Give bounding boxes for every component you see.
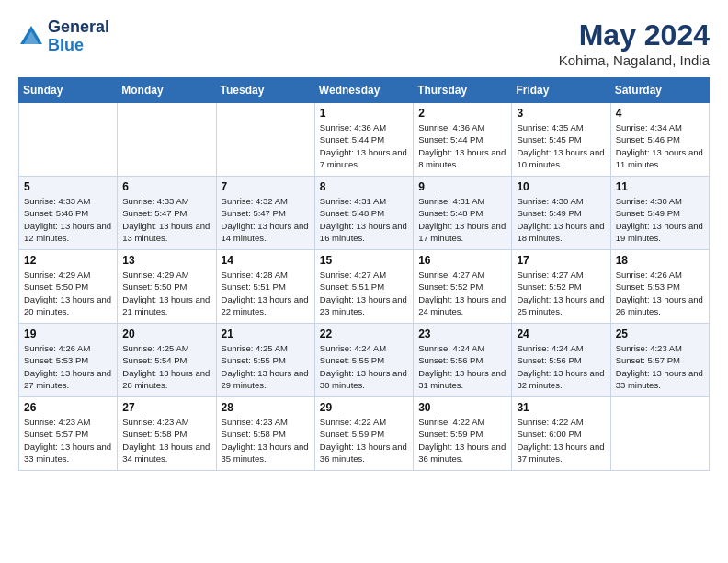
day-info: Sunrise: 4:23 AM Sunset: 5:57 PM Dayligh… (24, 416, 112, 465)
day-number: 31 (517, 401, 605, 414)
calendar-week-row: 19Sunrise: 4:26 AM Sunset: 5:53 PM Dayli… (19, 324, 710, 397)
calendar-week-row: 1Sunrise: 4:36 AM Sunset: 5:44 PM Daylig… (19, 103, 710, 177)
calendar-cell: 1Sunrise: 4:36 AM Sunset: 5:44 PM Daylig… (314, 103, 413, 177)
calendar-cell: 22Sunrise: 4:24 AM Sunset: 5:55 PM Dayli… (314, 324, 413, 397)
calendar-cell: 17Sunrise: 4:27 AM Sunset: 5:52 PM Dayli… (512, 250, 610, 324)
weekday-header-thursday: Thursday (414, 78, 512, 103)
calendar-cell: 21Sunrise: 4:25 AM Sunset: 5:55 PM Dayli… (216, 324, 314, 397)
day-number: 18 (616, 254, 704, 267)
day-info: Sunrise: 4:24 AM Sunset: 5:56 PM Dayligh… (517, 342, 605, 391)
calendar-cell: 3Sunrise: 4:35 AM Sunset: 5:45 PM Daylig… (512, 103, 610, 177)
day-info: Sunrise: 4:36 AM Sunset: 5:44 PM Dayligh… (320, 121, 408, 170)
calendar-cell: 23Sunrise: 4:24 AM Sunset: 5:56 PM Dayli… (414, 324, 512, 397)
day-number: 10 (517, 180, 605, 193)
day-info: Sunrise: 4:23 AM Sunset: 5:57 PM Dayligh… (616, 342, 704, 391)
calendar-cell (118, 103, 216, 177)
day-info: Sunrise: 4:31 AM Sunset: 5:48 PM Dayligh… (418, 195, 506, 244)
calendar-cell: 13Sunrise: 4:29 AM Sunset: 5:50 PM Dayli… (118, 250, 216, 324)
day-info: Sunrise: 4:27 AM Sunset: 5:52 PM Dayligh… (418, 269, 506, 317)
day-info: Sunrise: 4:26 AM Sunset: 5:53 PM Dayligh… (24, 342, 112, 391)
day-info: Sunrise: 4:22 AM Sunset: 6:00 PM Dayligh… (517, 416, 605, 465)
day-info: Sunrise: 4:28 AM Sunset: 5:51 PM Dayligh… (222, 269, 310, 317)
location-subtitle: Kohima, Nagaland, India (559, 52, 710, 68)
day-number: 17 (517, 254, 605, 267)
day-number: 2 (418, 107, 506, 120)
calendar-week-row: 5Sunrise: 4:33 AM Sunset: 5:46 PM Daylig… (19, 177, 710, 250)
title-block: May 2024 Kohima, Nagaland, India (559, 18, 710, 68)
day-info: Sunrise: 4:33 AM Sunset: 5:46 PM Dayligh… (24, 195, 112, 244)
calendar-cell: 30Sunrise: 4:22 AM Sunset: 5:59 PM Dayli… (414, 397, 512, 471)
day-info: Sunrise: 4:30 AM Sunset: 5:49 PM Dayligh… (517, 195, 605, 244)
day-number: 5 (24, 180, 112, 193)
logo-text: General Blue (48, 18, 109, 55)
day-info: Sunrise: 4:29 AM Sunset: 5:50 PM Dayligh… (122, 269, 210, 317)
day-number: 9 (418, 180, 506, 193)
day-info: Sunrise: 4:24 AM Sunset: 5:55 PM Dayligh… (320, 342, 408, 391)
day-number: 19 (24, 327, 112, 340)
calendar-cell (216, 103, 314, 177)
calendar-cell: 31Sunrise: 4:22 AM Sunset: 6:00 PM Dayli… (512, 397, 610, 471)
day-number: 28 (222, 401, 310, 414)
day-number: 12 (24, 254, 112, 267)
day-info: Sunrise: 4:23 AM Sunset: 5:58 PM Dayligh… (122, 416, 210, 465)
calendar-cell: 26Sunrise: 4:23 AM Sunset: 5:57 PM Dayli… (19, 397, 118, 471)
weekday-header-row: SundayMondayTuesdayWednesdayThursdayFrid… (19, 78, 710, 103)
day-number: 25 (616, 327, 704, 340)
day-info: Sunrise: 4:29 AM Sunset: 5:50 PM Dayligh… (24, 269, 112, 317)
logo: General Blue (18, 18, 109, 55)
calendar-cell: 27Sunrise: 4:23 AM Sunset: 5:58 PM Dayli… (118, 397, 216, 471)
calendar-week-row: 12Sunrise: 4:29 AM Sunset: 5:50 PM Dayli… (19, 250, 710, 324)
calendar-cell: 20Sunrise: 4:25 AM Sunset: 5:54 PM Dayli… (118, 324, 216, 397)
calendar-cell (19, 103, 118, 177)
day-number: 16 (418, 254, 506, 267)
day-number: 8 (320, 180, 408, 193)
day-number: 30 (418, 401, 506, 414)
month-year-title: May 2024 (559, 18, 710, 52)
weekday-header-tuesday: Tuesday (216, 78, 314, 103)
calendar-cell: 19Sunrise: 4:26 AM Sunset: 5:53 PM Dayli… (19, 324, 118, 397)
weekday-header-wednesday: Wednesday (314, 78, 413, 103)
day-number: 11 (616, 180, 704, 193)
calendar-cell: 2Sunrise: 4:36 AM Sunset: 5:44 PM Daylig… (414, 103, 512, 177)
calendar-cell: 24Sunrise: 4:24 AM Sunset: 5:56 PM Dayli… (512, 324, 610, 397)
day-number: 20 (122, 327, 210, 340)
weekday-header-monday: Monday (118, 78, 216, 103)
page-header: General Blue May 2024 Kohima, Nagaland, … (18, 18, 710, 68)
weekday-header-sunday: Sunday (19, 78, 118, 103)
day-number: 15 (320, 254, 408, 267)
day-number: 27 (122, 401, 210, 414)
logo-icon (18, 24, 44, 50)
calendar-cell: 12Sunrise: 4:29 AM Sunset: 5:50 PM Dayli… (19, 250, 118, 324)
day-info: Sunrise: 4:27 AM Sunset: 5:52 PM Dayligh… (517, 269, 605, 317)
day-info: Sunrise: 4:26 AM Sunset: 5:53 PM Dayligh… (616, 269, 704, 317)
day-number: 4 (616, 107, 704, 120)
weekday-header-friday: Friday (512, 78, 610, 103)
calendar-cell: 25Sunrise: 4:23 AM Sunset: 5:57 PM Dayli… (610, 324, 709, 397)
day-number: 24 (517, 327, 605, 340)
day-number: 22 (320, 327, 408, 340)
day-info: Sunrise: 4:25 AM Sunset: 5:55 PM Dayligh… (222, 342, 310, 391)
calendar-cell: 4Sunrise: 4:34 AM Sunset: 5:46 PM Daylig… (610, 103, 709, 177)
day-info: Sunrise: 4:36 AM Sunset: 5:44 PM Dayligh… (418, 121, 506, 170)
calendar-cell: 6Sunrise: 4:33 AM Sunset: 5:47 PM Daylig… (118, 177, 216, 250)
day-info: Sunrise: 4:31 AM Sunset: 5:48 PM Dayligh… (320, 195, 408, 244)
day-number: 13 (122, 254, 210, 267)
day-info: Sunrise: 4:22 AM Sunset: 5:59 PM Dayligh… (320, 416, 408, 465)
day-number: 14 (222, 254, 310, 267)
day-number: 29 (320, 401, 408, 414)
day-info: Sunrise: 4:33 AM Sunset: 5:47 PM Dayligh… (122, 195, 210, 244)
day-info: Sunrise: 4:34 AM Sunset: 5:46 PM Dayligh… (616, 121, 704, 170)
calendar-table: SundayMondayTuesdayWednesdayThursdayFrid… (18, 77, 710, 471)
calendar-cell: 10Sunrise: 4:30 AM Sunset: 5:49 PM Dayli… (512, 177, 610, 250)
calendar-cell (610, 397, 709, 471)
calendar-week-row: 26Sunrise: 4:23 AM Sunset: 5:57 PM Dayli… (19, 397, 710, 471)
weekday-header-saturday: Saturday (610, 78, 709, 103)
day-number: 6 (122, 180, 210, 193)
day-info: Sunrise: 4:32 AM Sunset: 5:47 PM Dayligh… (222, 195, 310, 244)
calendar-cell: 15Sunrise: 4:27 AM Sunset: 5:51 PM Dayli… (314, 250, 413, 324)
calendar-cell: 11Sunrise: 4:30 AM Sunset: 5:49 PM Dayli… (610, 177, 709, 250)
day-info: Sunrise: 4:30 AM Sunset: 5:49 PM Dayligh… (616, 195, 704, 244)
day-info: Sunrise: 4:24 AM Sunset: 5:56 PM Dayligh… (418, 342, 506, 391)
day-info: Sunrise: 4:25 AM Sunset: 5:54 PM Dayligh… (122, 342, 210, 391)
day-number: 7 (222, 180, 310, 193)
